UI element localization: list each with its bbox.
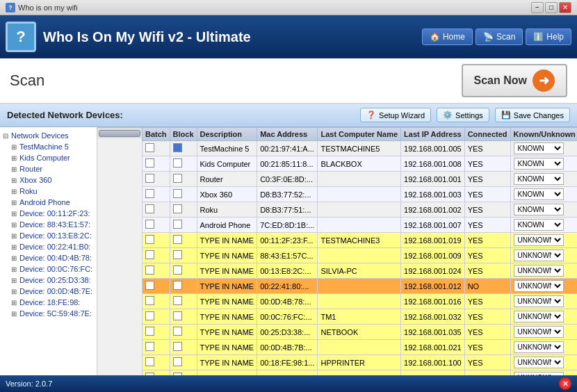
status-dropdown[interactable]: KNOWN UNKNOWN [514, 234, 564, 246]
block-checkbox[interactable] [173, 296, 182, 305]
status-dropdown[interactable]: KNOWN UNKNOWN [514, 265, 564, 277]
block-checkbox[interactable] [173, 174, 182, 183]
cell-description: Xbox 360 [197, 187, 257, 202]
table-row: TYPE IN NAME 00:18:FE:98:1... HPPRINTER … [143, 355, 578, 370]
sidebar-item[interactable]: ⊞Device: 00:0D:4B:7E: [0, 286, 97, 297]
status-dropdown[interactable]: KNOWN UNKNOWN [514, 341, 564, 353]
block-checkbox[interactable] [173, 189, 182, 198]
block-checkbox[interactable] [173, 143, 182, 152]
maximize-button[interactable]: □ [545, 2, 558, 13]
cell-lastip: 192.168.001.002 [401, 202, 465, 218]
cell-status: KNOWN UNKNOWN [510, 202, 577, 218]
status-dropdown[interactable]: KNOWN UNKNOWN [514, 250, 564, 261]
batch-checkbox[interactable] [145, 342, 154, 351]
sidebar-item[interactable]: ⊞Device: 00:22:41:B0: [0, 241, 97, 252]
batch-checkbox[interactable] [145, 250, 154, 259]
block-checkbox[interactable] [173, 235, 182, 244]
sidebar-item[interactable]: ⊞Device: 00:25:D3:38: [0, 275, 97, 286]
batch-checkbox[interactable] [145, 357, 154, 366]
home-label: Home [443, 32, 465, 42]
sidebar-item-label: Network Devices [11, 131, 69, 140]
setup-wizard-label: Setup Wizard [379, 111, 425, 120]
cell-mac: C0:3F:0E:8D:... [257, 172, 318, 187]
batch-checkbox[interactable] [145, 296, 154, 305]
status-dropdown[interactable]: KNOWN UNKNOWN [514, 311, 564, 322]
sidebar-item[interactable]: ⊞Android Phone [0, 197, 97, 208]
batch-checkbox[interactable] [145, 235, 154, 244]
sidebar-item[interactable]: ⊞Device: 00:13:E8:2C: [0, 230, 97, 241]
status-dropdown[interactable]: KNOWN UNKNOWN [514, 280, 564, 292]
batch-checkbox[interactable] [145, 327, 154, 336]
scroll-thumb[interactable] [99, 130, 140, 137]
batch-checkbox[interactable] [145, 174, 154, 183]
batch-checkbox[interactable] [145, 204, 154, 213]
status-dropdown[interactable]: KNOWN UNKNOWN [514, 295, 564, 307]
block-checkbox[interactable] [173, 327, 182, 336]
sidebar-item-label: Device: 00:0C:76:FC: [19, 265, 92, 273]
cell-lastip: 192.168.001.008 [401, 156, 465, 172]
status-dropdown[interactable]: KNOWN UNKNOWN [514, 357, 564, 368]
batch-checkbox[interactable] [145, 220, 154, 229]
devices-table: Batch Block Description Mac Address Last… [142, 127, 577, 386]
help-nav-button[interactable]: ℹ️ Help [526, 28, 571, 45]
close-button[interactable]: ✕ [559, 2, 571, 13]
save-changes-button[interactable]: 💾 Save Changes [495, 108, 570, 122]
setup-wizard-button[interactable]: ❓ Setup Wizard [360, 108, 431, 122]
block-checkbox[interactable] [173, 158, 182, 168]
status-dropdown[interactable]: KNOWN UNKNOWN [514, 219, 564, 231]
batch-checkbox[interactable] [145, 311, 154, 320]
cell-connected: NO [464, 279, 510, 294]
sidebar-item[interactable]: ⊞Roku [0, 186, 97, 197]
sidebar-item[interactable]: ⊞TestMachine 5 [0, 141, 97, 152]
home-nav-button[interactable]: 🏠 Home [422, 28, 473, 45]
cell-description: TYPE IN NAME [197, 355, 257, 370]
status-close-button[interactable]: ✕ [559, 377, 571, 390]
cell-block [170, 340, 197, 355]
sidebar-item[interactable]: ⊞Xbox 360 [0, 174, 97, 186]
settings-button[interactable]: ⚙️ Settings [437, 108, 489, 122]
block-checkbox[interactable] [173, 204, 182, 213]
sidebar-item[interactable]: ⊞Device: 5C:59:48:7E: [0, 308, 97, 319]
scan-nav-button[interactable]: 📡 Scan [476, 28, 523, 45]
sidebar-item[interactable]: ⊞Device: 00:0C:76:FC: [0, 263, 97, 275]
status-dropdown[interactable]: KNOWN UNKNOWN [514, 158, 564, 170]
scan-now-button[interactable]: Scan Now ➜ [462, 64, 567, 97]
block-checkbox[interactable] [173, 220, 182, 229]
expand-icon: ⊞ [11, 243, 17, 251]
block-checkbox[interactable] [173, 266, 182, 275]
sidebar-item[interactable]: ⊞Device: 00:11:2F:23: [0, 208, 97, 219]
sidebar-item[interactable]: ⊟Network Devices [0, 130, 97, 141]
sidebar-item[interactable]: ⊞Device: 88:43:E1:57: [0, 219, 97, 230]
sidebar-item-label: Device: 00:13:E8:2C: [19, 231, 92, 240]
block-checkbox[interactable] [173, 281, 182, 290]
col-connected: Connected [464, 128, 510, 141]
batch-checkbox[interactable] [145, 143, 154, 152]
block-checkbox[interactable] [173, 250, 182, 259]
batch-checkbox[interactable] [145, 281, 154, 290]
block-checkbox[interactable] [173, 311, 182, 320]
sidebar-item[interactable]: ⊞Device: 18:FE:98: [0, 297, 97, 308]
batch-checkbox[interactable] [145, 266, 154, 275]
cell-description: TYPE IN NAME [197, 340, 257, 355]
batch-checkbox[interactable] [145, 189, 154, 198]
sidebar-scrollbar[interactable] [97, 127, 142, 138]
status-dropdown[interactable]: KNOWN UNKNOWN [514, 204, 564, 215]
sidebar: ⊟Network Devices⊞TestMachine 5⊞Kids Comp… [0, 127, 97, 391]
batch-checkbox[interactable] [145, 158, 154, 168]
status-dropdown[interactable]: KNOWN UNKNOWN [514, 188, 564, 200]
scan-title: Scan [10, 72, 44, 90]
block-checkbox[interactable] [173, 357, 182, 366]
sidebar-item[interactable]: ⊞Kids Computer [0, 152, 97, 163]
sidebar-item[interactable]: ⊞Router [0, 163, 97, 174]
block-checkbox[interactable] [173, 342, 182, 351]
status-dropdown[interactable]: KNOWN UNKNOWN [514, 326, 564, 338]
cell-mac: 00:21:85:11:8... [257, 156, 318, 172]
status-dropdown[interactable]: KNOWN UNKNOWN [514, 142, 564, 154]
cell-block [170, 355, 197, 370]
status-dropdown[interactable]: KNOWN UNKNOWN [514, 173, 564, 185]
cell-lastip: 192.168.001.032 [401, 309, 465, 325]
sidebar-item-label: TestMachine 5 [19, 142, 69, 151]
cell-description: Kids Computer [197, 156, 257, 172]
sidebar-item[interactable]: ⊞Device: 00:4D:4B:78: [0, 252, 97, 263]
minimize-button[interactable]: − [531, 2, 544, 13]
